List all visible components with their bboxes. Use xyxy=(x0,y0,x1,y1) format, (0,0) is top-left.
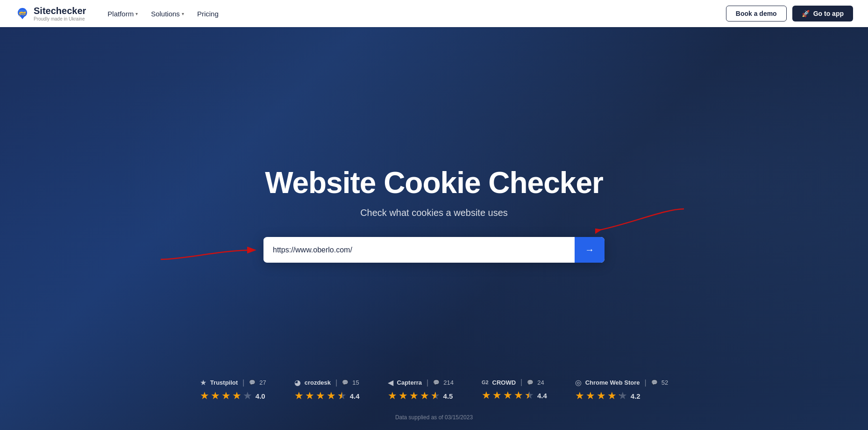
nav-solutions-label: Solutions xyxy=(151,10,180,18)
crozdesk-stars: ★ ★ ★ ★ ★ ★ 4.4 xyxy=(294,390,360,402)
capterra-name: Capterra xyxy=(397,379,422,386)
capterra-stars: ★ ★ ★ ★ ★ ★ 4.5 xyxy=(388,390,453,402)
nav-item-platform[interactable]: Platform ▾ xyxy=(103,6,142,22)
platform-chevron-icon: ▾ xyxy=(135,11,138,16)
hero-content: Website Cookie Checker Check what cookie… xyxy=(224,166,644,263)
rocket-icon: 🚀 xyxy=(802,10,810,17)
rating-capterra: ◀ Capterra | 💬 214 ★ ★ ★ ★ ★ ★ 4.5 xyxy=(388,378,454,402)
hero-subtitle: Check what cookies a website uses xyxy=(360,208,508,218)
search-container: → xyxy=(263,237,605,263)
rating-chrome: ◎ Chrome Web Store | 💬 52 ★ ★ ★ ★ ★ ★ 4.… xyxy=(575,378,668,402)
trustpilot-name: Trustpilot xyxy=(210,379,238,386)
capterra-score: 4.5 xyxy=(443,392,453,400)
rating-g2crowd: G2 CROWD | 💬 24 ★ ★ ★ ★ ★ ★ 4.4 xyxy=(482,378,547,401)
go-to-app-button[interactable]: 🚀 Go to app xyxy=(792,6,853,22)
nav-item-solutions[interactable]: Solutions ▾ xyxy=(146,6,189,22)
logo-name: Sitechecker xyxy=(34,6,86,16)
hero-section: Website Cookie Checker Check what cookie… xyxy=(0,0,868,430)
svg-rect-0 xyxy=(19,10,26,12)
nav-platform-label: Platform xyxy=(107,10,134,18)
logo-text: Sitechecker Proudly made in Ukraine xyxy=(34,6,86,22)
g2-count: 24 xyxy=(537,379,544,386)
svg-rect-1 xyxy=(19,12,26,14)
url-search-input[interactable] xyxy=(263,238,575,262)
logo[interactable]: Sitechecker Proudly made in Ukraine xyxy=(15,6,86,22)
trustpilot-comment-icon: 💬 xyxy=(249,380,256,386)
chrome-count: 52 xyxy=(662,379,668,386)
data-note: Data supplied as of 03/15/2023 xyxy=(395,414,473,421)
nav-links: Platform ▾ Solutions ▾ Pricing xyxy=(103,6,223,22)
solutions-chevron-icon: ▾ xyxy=(182,11,184,16)
nav-item-pricing[interactable]: Pricing xyxy=(192,6,223,22)
ratings-section: ★ Trustpilot | 💬 27 ★ ★ ★ ★ ★ 4.0 ◕ croz… xyxy=(0,378,868,402)
hero-title: Website Cookie Checker xyxy=(265,166,603,199)
chrome-score: 4.2 xyxy=(631,392,640,400)
navbar: Sitechecker Proudly made in Ukraine Plat… xyxy=(0,0,868,27)
nav-pricing-label: Pricing xyxy=(197,10,219,18)
trustpilot-icon: ★ xyxy=(200,378,206,387)
trustpilot-count: 27 xyxy=(259,379,266,386)
chrome-stars: ★ ★ ★ ★ ★ ★ 4.2 xyxy=(575,390,640,402)
g2-stars: ★ ★ ★ ★ ★ ★ 4.4 xyxy=(482,389,547,401)
left-arrow-decoration xyxy=(156,236,259,264)
navbar-left: Sitechecker Proudly made in Ukraine Plat… xyxy=(15,6,223,22)
crozdesk-name: crozdesk xyxy=(305,379,331,386)
chrome-comment-icon: 💬 xyxy=(651,380,658,386)
crozdesk-score: 4.4 xyxy=(350,392,360,400)
rating-crozdesk: ◕ crozdesk | 💬 15 ★ ★ ★ ★ ★ ★ 4.4 xyxy=(294,378,360,402)
trustpilot-score: 4.0 xyxy=(256,392,265,400)
rating-trustpilot: ★ Trustpilot | 💬 27 ★ ★ ★ ★ ★ 4.0 xyxy=(200,378,266,402)
capterra-count: 214 xyxy=(443,379,454,386)
go-to-app-label: Go to app xyxy=(813,10,844,17)
arrow-right-icon: → xyxy=(585,244,594,255)
crozdesk-comment-icon: 💬 xyxy=(342,380,349,386)
capterra-icon: ◀ xyxy=(388,378,393,387)
g2-icon: G2 xyxy=(482,380,489,385)
trustpilot-stars: ★ ★ ★ ★ ★ 4.0 xyxy=(200,390,265,402)
logo-icon xyxy=(15,6,30,21)
g2-name: CROWD xyxy=(492,379,516,386)
capterra-comment-icon: 💬 xyxy=(433,380,440,386)
chrome-icon: ◎ xyxy=(575,378,582,387)
chrome-name: Chrome Web Store xyxy=(585,379,640,386)
g2-score: 4.4 xyxy=(537,392,547,400)
search-submit-button[interactable]: → xyxy=(575,237,605,263)
book-demo-button[interactable]: Book a demo xyxy=(726,6,787,22)
crozdesk-icon: ◕ xyxy=(294,378,301,387)
navbar-right: Book a demo 🚀 Go to app xyxy=(726,6,853,22)
g2-comment-icon: 💬 xyxy=(527,380,534,386)
right-arrow-decoration xyxy=(595,204,689,251)
crozdesk-count: 15 xyxy=(352,379,359,386)
logo-tagline: Proudly made in Ukraine xyxy=(34,16,86,22)
